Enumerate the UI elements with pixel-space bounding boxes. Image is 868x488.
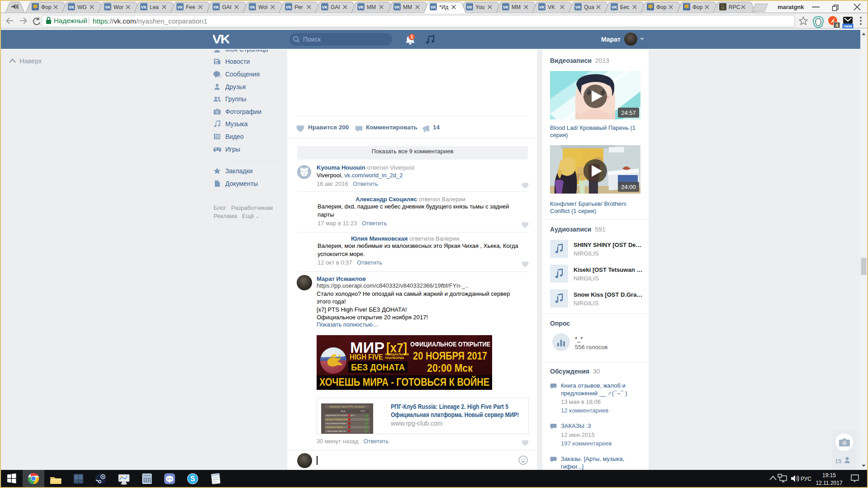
svg-text:S: S [190,475,195,483]
svg-text:WG: WG [77,4,87,10]
svg-text:1: 1 [411,34,413,39]
svg-text:Wol: Wol [258,4,267,10]
svg-text:Fee: Fee [186,4,195,10]
svg-text:VK: VK [69,5,75,9]
svg-text:Per: Per [294,4,303,10]
svg-text:Lea: Lea [150,4,159,10]
svg-text:БЕЗОТКАЗНЫЙ БАЛАНС: БЕЗОТКАЗНЫЙ БАЛАНС [326,422,347,425]
svg-text:HIGH FIVE: HIGH FIVE [350,353,383,361]
svg-text:БЕЗ ДОСТУПНЫЙ КОНТЕНТ: БЕЗ ДОСТУПНЫЙ КОНТЕНТ [326,418,351,421]
svg-text:VK: VK [177,5,183,9]
svg-text:Фор: Фор [41,4,52,10]
svg-text:VK: VK [250,5,256,9]
svg-text:VK: VK [286,5,292,9]
svg-text:ОФИЦИАЛЬНАЯ: ОФИЦИАЛЬНАЯ [385,353,409,356]
svg-text:VK: VK [548,4,555,10]
svg-text:ПЛАТФОРМА: ПЛАТФОРМА [385,356,404,360]
svg-text:RPC: RPC [729,4,740,10]
svg-text:VK: VK [431,5,436,9]
svg-text:РУС: РУС [801,476,811,482]
svg-text:Qua: Qua [584,4,594,10]
svg-text:VK: VK [467,5,473,9]
svg-text:maratgnk: maratgnk [778,4,804,10]
svg-text:НАДЕЖНЫЙ ИГРОВОЙ ПРОЦЕСС: НАДЕЖНЫЙ ИГРОВОЙ ПРОЦЕСС [326,414,356,417]
svg-text:24:00: 24:00 [621,184,636,190]
svg-text:Java: Java [341,410,346,412]
svg-text:БЕЗ ДОНАТА: БЕЗ ДОНАТА [351,362,405,372]
svg-text:ХОЧЕШЬ МИРА - ГОТОВЬСЯ К ВОЙНЕ: ХОЧЕШЬ МИРА - ГОТОВЬСЯ К ВОЙНЕ [319,376,489,388]
svg-text:VK: VK [539,5,545,9]
svg-text:Фор: Фор [693,4,703,10]
svg-text:PTS: PTS [360,410,365,412]
svg-text:СТАБИЛЬНАЯ РАБОТА: СТАБИЛЬНАЯ РАБОТА [326,430,346,432]
svg-text:4: 4 [835,23,839,28]
svg-text:VK: VK [141,5,147,9]
svg-text:Бес: Бес [620,4,630,10]
svg-text:MM: MM [512,4,521,10]
svg-text:Wor: Wor [114,4,123,10]
svg-text:19:15: 19:15 [822,472,836,479]
svg-text:Надежный: Надежный [54,17,87,24]
svg-text:20 НОЯБРЯ 2017: 20 НОЯБРЯ 2017 [413,350,487,362]
svg-text:VK: VK [503,5,509,9]
svg-text:VK: VK [213,34,229,45]
svg-text:VK: VK [105,5,111,9]
svg-text:MM: MM [367,4,376,10]
svg-text:MM: MM [403,4,412,10]
svg-text:Сравнение Java и PTS платформ: Сравнение Java и PTS платформ [329,405,365,408]
svg-text:new: new [844,24,852,28]
svg-text:VK: VK [394,5,400,9]
svg-text:24:57: 24:57 [621,109,636,116]
svg-text:VK: VK [358,5,364,9]
svg-text:ОФИЦИАЛЬНОЕ ОТКРЫТИЕ: ОФИЦИАЛЬНОЕ ОТКРЫТИЕ [410,340,490,348]
svg-text:VK: VK [612,5,617,9]
svg-text:Фор: Фор [656,4,667,10]
svg-text:GAI: GAI [331,4,340,10]
svg-text:20:00 Мск: 20:00 Мск [427,362,473,374]
svg-text:You: You [475,4,484,10]
svg-text:VK: VK [213,5,219,9]
svg-text:VK: VK [575,5,581,9]
svg-text:VK: VK [322,5,328,9]
svg-text:ОЖИВ ВСЕХ КАЧЕВ: ОЖИВ ВСЕХ КАЧЕВ [326,426,343,428]
svg-text:GAI: GAI [222,4,232,10]
svg-text:https://vk.com/nyashen_corpara: https://vk.com/nyashen_corparation1 [93,17,207,25]
svg-text:12.11.2017: 12.11.2017 [816,480,842,486]
svg-text:*Ид: *Ид [439,4,448,10]
